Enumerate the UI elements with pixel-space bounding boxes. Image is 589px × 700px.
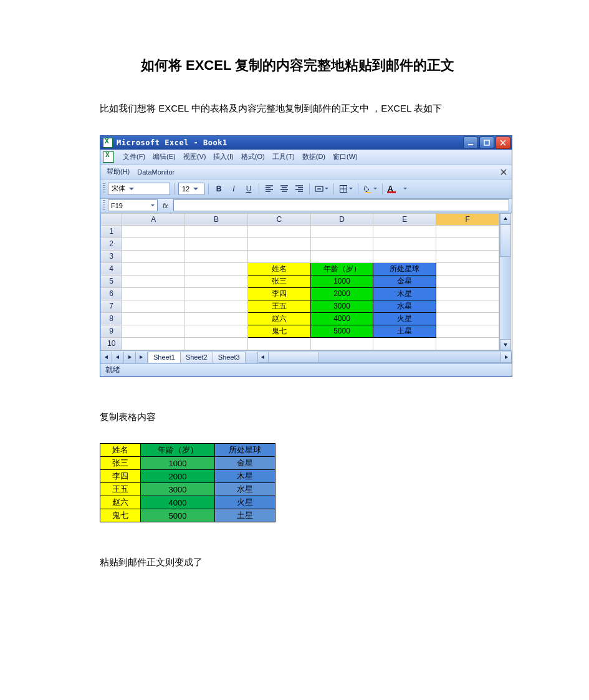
- window-title: Microsoft Excel - Book1: [117, 138, 463, 147]
- col-header[interactable]: C: [247, 213, 310, 225]
- row-header[interactable]: 1: [101, 225, 122, 237]
- excel-window: Microsoft Excel - Book1 文件(F) 编辑(E) 视图(V…: [100, 135, 512, 377]
- maximize-button[interactable]: [479, 137, 494, 149]
- fill-color-button[interactable]: [362, 183, 378, 194]
- align-center-button[interactable]: [278, 183, 290, 194]
- chevron-down-icon: [193, 188, 198, 190]
- cell[interactable]: 2000: [310, 287, 373, 300]
- cell[interactable]: 5000: [310, 325, 373, 337]
- row-header[interactable]: 8: [101, 312, 122, 325]
- sheet-nav-first[interactable]: [100, 352, 112, 363]
- col-header[interactable]: E: [373, 213, 436, 225]
- menu-tools[interactable]: 工具(T): [269, 152, 299, 161]
- scroll-thumb[interactable]: [500, 224, 511, 257]
- menu-format[interactable]: 格式(O): [237, 152, 269, 161]
- col-header[interactable]: B: [185, 213, 248, 225]
- font-select[interactable]: 宋体: [108, 183, 170, 195]
- scroll-left-button[interactable]: [258, 352, 269, 362]
- cell[interactable]: 火星: [373, 312, 436, 325]
- svg-rect-1: [484, 140, 489, 145]
- menu-bar-2: 帮助(H) DataMonitor: [100, 165, 512, 180]
- menu-datamonitor[interactable]: DataMonitor: [133, 168, 178, 176]
- font-size-select[interactable]: 12: [178, 183, 204, 195]
- sheet-tab[interactable]: Sheet3: [213, 352, 246, 363]
- underline-button[interactable]: U: [242, 183, 255, 194]
- sheet-nav-next[interactable]: [124, 352, 136, 363]
- cell[interactable]: 金星: [373, 275, 436, 287]
- row-header[interactable]: 6: [101, 287, 122, 300]
- scroll-thumb[interactable]: [269, 352, 319, 362]
- name-box[interactable]: F19: [108, 199, 158, 211]
- sheet-tab-active[interactable]: Sheet1: [148, 352, 181, 363]
- cell[interactable]: 1000: [310, 275, 373, 287]
- cell[interactable]: 鬼七: [247, 325, 310, 337]
- menu-data[interactable]: 数据(D): [299, 152, 329, 161]
- sheet-nav-last[interactable]: [136, 352, 148, 363]
- status-bar: 就绪: [100, 363, 512, 376]
- excel-doc-icon[interactable]: [103, 151, 114, 163]
- cell[interactable]: 赵六: [247, 312, 310, 325]
- paragraph-3: 粘贴到邮件正文则变成了: [100, 554, 496, 572]
- formulabar-grip[interactable]: [103, 200, 105, 211]
- row-header[interactable]: 5: [101, 275, 122, 287]
- borders-button[interactable]: [338, 183, 354, 194]
- vertical-scrollbar[interactable]: [499, 213, 511, 350]
- table-cell: 5000: [141, 509, 215, 522]
- menu-edit[interactable]: 编辑(E): [149, 152, 180, 161]
- bold-button[interactable]: B: [213, 183, 225, 194]
- col-header[interactable]: D: [310, 213, 373, 225]
- align-left-button[interactable]: [263, 183, 275, 194]
- cell[interactable]: 4000: [310, 312, 373, 325]
- row-header[interactable]: 10: [101, 337, 122, 350]
- cell[interactable]: 张三: [247, 275, 310, 287]
- table-cell: 水星: [215, 483, 275, 496]
- cell[interactable]: 水星: [373, 300, 436, 312]
- chevron-down-icon: [349, 188, 353, 189]
- cell[interactable]: 年龄（岁）: [310, 262, 373, 275]
- menu-help[interactable]: 帮助(H): [103, 167, 133, 176]
- formula-input[interactable]: [173, 199, 509, 211]
- merge-center-button[interactable]: [314, 183, 330, 194]
- align-right-button[interactable]: [293, 183, 305, 194]
- close-button[interactable]: [496, 137, 510, 149]
- menu-window[interactable]: 窗口(W): [329, 152, 362, 161]
- row-header[interactable]: 4: [101, 262, 122, 275]
- col-header-active[interactable]: F: [436, 213, 499, 225]
- table-cell: 赵六: [100, 496, 141, 509]
- chevron-down-icon: [403, 188, 407, 189]
- scroll-down-button[interactable]: [500, 339, 511, 350]
- cell[interactable]: 王五: [247, 300, 310, 312]
- row-header[interactable]: 3: [101, 250, 122, 262]
- select-all-corner[interactable]: [101, 213, 122, 225]
- horizontal-scrollbar[interactable]: [257, 352, 512, 363]
- cell[interactable]: 姓名: [247, 262, 310, 275]
- menu-insert[interactable]: 插入(I): [209, 152, 237, 161]
- sheet-tab[interactable]: Sheet2: [180, 352, 213, 363]
- scroll-right-button[interactable]: [500, 352, 511, 362]
- fx-label[interactable]: fx: [160, 202, 171, 209]
- titlebar[interactable]: Microsoft Excel - Book1: [100, 136, 512, 150]
- italic-button[interactable]: I: [227, 183, 240, 194]
- row-header[interactable]: 9: [101, 325, 122, 337]
- menu-view[interactable]: 视图(V): [180, 152, 210, 161]
- scroll-up-button[interactable]: [500, 213, 511, 224]
- cell[interactable]: 李四: [247, 287, 310, 300]
- col-header[interactable]: A: [122, 213, 185, 225]
- table-cell: 火星: [215, 496, 275, 509]
- cell[interactable]: 所处星球: [373, 262, 436, 275]
- row-header[interactable]: 2: [101, 237, 122, 250]
- sheet-nav-prev[interactable]: [112, 352, 124, 363]
- spreadsheet-grid[interactable]: A B C D E F 1 2 3 4 姓名 年龄（岁）: [100, 213, 499, 350]
- toolbar-grip[interactable]: [103, 183, 105, 194]
- cell[interactable]: 3000: [310, 300, 373, 312]
- chevron-down-icon: [129, 188, 134, 190]
- table-cell: 所处星球: [215, 444, 275, 457]
- menu-file[interactable]: 文件(F): [119, 152, 149, 161]
- document-close-button[interactable]: [499, 168, 508, 176]
- cell[interactable]: 木星: [373, 287, 436, 300]
- cell[interactable]: 土星: [373, 325, 436, 337]
- font-color-button[interactable]: A: [386, 183, 408, 194]
- minimize-button[interactable]: [463, 137, 478, 149]
- table-cell: 张三: [100, 457, 141, 470]
- row-header[interactable]: 7: [101, 300, 122, 312]
